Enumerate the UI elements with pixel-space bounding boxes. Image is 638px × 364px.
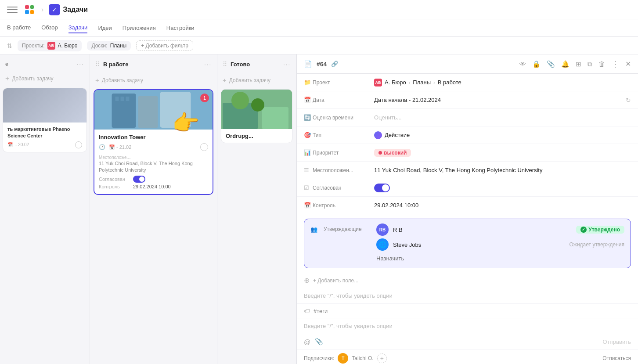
control-row-value[interactable]: 29.02.2024 10:00 — [374, 202, 631, 209]
left-col-more[interactable]: ··· — [76, 61, 84, 68]
detail-row-control: 📅 Контроль 29.02.2024 10:00 — [297, 197, 638, 214]
date-value[interactable]: Дата начала - 21.02.2024 — [374, 97, 626, 103]
svg-point-10 — [231, 92, 249, 109]
detail-header: 📄 #64 🔗 👁 🔒 📎 🔔 ⊞ ⧉ 🗑 ⋮ ✕ — [297, 54, 638, 74]
approvers-list: RB R B ✓ Утверждено 🌐 Steve Jobs Ожидает… — [376, 223, 624, 263]
add-task-left[interactable]: + Добавить задачу — [3, 73, 87, 84]
location-row-label: Местоположен... — [313, 167, 374, 173]
subscriber-name: Taiichi O. — [352, 355, 373, 361]
left-card-circle — [75, 141, 82, 148]
project-breadcrumb[interactable]: АБ А. Бюро › Планы › В работе — [374, 79, 461, 86]
col-drag-handle-done: ⠿ — [223, 61, 227, 68]
add-filter-label: + Добавить фильтр — [141, 43, 188, 49]
bell-icon[interactable]: 🔔 — [561, 60, 570, 68]
add-subscriber-button[interactable]: + — [377, 353, 387, 363]
agreed-row-label: Согласован — [313, 185, 374, 191]
time-label: Оценка времени — [313, 115, 374, 121]
assign-button[interactable]: Назначить — [376, 253, 624, 263]
svg-rect-5 — [121, 97, 124, 101]
add-task-done[interactable]: + Добавить задачу — [221, 75, 292, 86]
location-row-icon: ☰ — [304, 167, 313, 173]
tags-row: 🏷 #теги — [297, 303, 638, 318]
tab-in-work[interactable]: В работе — [7, 22, 31, 33]
time-row-icon: 🔄 — [304, 114, 313, 121]
svg-rect-4 — [115, 97, 119, 101]
agreed-toggle-detail[interactable] — [374, 184, 390, 192]
trash-icon[interactable]: 🗑 — [598, 60, 605, 68]
col-more-in-work[interactable]: ··· — [204, 61, 212, 68]
more-icon[interactable]: ⋮ — [611, 59, 619, 69]
boards-filter[interactable]: Доски: Планы — [87, 41, 131, 50]
add-field-label: + Добавить поле... — [313, 278, 358, 284]
type-value-wrap[interactable]: Действие — [374, 131, 410, 139]
time-value[interactable]: Оценить... — [374, 114, 631, 121]
document-icon: 📄 — [304, 60, 312, 68]
type-label: Тип — [313, 132, 374, 138]
tab-overview[interactable]: Обзор — [41, 22, 58, 33]
card-ordrup-image — [221, 90, 292, 129]
left-panel: е ··· + Добавить задачу ть маркетинговые… — [0, 54, 90, 364]
agreed-toggle[interactable] — [133, 176, 145, 183]
control-row-label: Контроль — [313, 202, 374, 209]
add-task-in-work[interactable]: + Добавить задачу — [94, 75, 213, 86]
approved-badge: ✓ Утверждено — [576, 226, 624, 234]
date-label: Дата — [313, 97, 374, 103]
detail-body: 📁 Проект АБ А. Бюро › Планы › В работе 📅… — [297, 74, 638, 364]
projects-label: Проекты: — [22, 43, 45, 49]
hand-emoji: 👉 — [172, 110, 199, 136]
priority-badge[interactable]: высокий — [374, 149, 411, 157]
detail-row-time: 🔄 Оценка времени Оценить... — [297, 109, 638, 126]
detail-header-actions: 👁 🔒 📎 🔔 ⊞ ⧉ 🗑 ⋮ ✕ — [519, 59, 631, 69]
send-button[interactable]: Отправить — [603, 339, 631, 345]
calendar-icon-card: 📅 - 21.02 — [109, 144, 131, 150]
col-more-done[interactable]: ··· — [283, 61, 291, 68]
close-icon[interactable]: ✕ — [625, 60, 631, 68]
detail-panel: 📄 #64 🔗 👁 🔒 📎 🔔 ⊞ ⧉ 🗑 ⋮ ✕ 📁 Проект — [296, 54, 638, 364]
subscribers-label: Подписчики: — [304, 355, 334, 361]
comment-placeholder-1[interactable]: Введите "/", чтобы увидеть опции — [297, 288, 638, 303]
grid-icon[interactable]: ⊞ — [576, 60, 581, 68]
link-icon[interactable]: 🔗 — [331, 61, 338, 67]
approver-avatar-2: 🌐 — [376, 238, 389, 251]
add-filter-button[interactable]: + Добавить фильтр — [136, 40, 193, 51]
unsubscribe-button[interactable]: Отписаться — [602, 355, 631, 361]
tab-settings[interactable]: Настройки — [166, 23, 195, 33]
control-value: 29.02.2024 10:00 — [133, 184, 171, 189]
boards-label: Доски: — [91, 43, 107, 49]
subscribers-row: Подписчики: T Taiichi O. + Отписаться — [297, 349, 638, 364]
lock-icon[interactable]: 🔒 — [532, 60, 541, 68]
add-field-row[interactable]: ⊕ + Добавить поле... — [297, 273, 638, 288]
add-field-plus-icon: ⊕ — [304, 276, 310, 285]
subscriber-avatar: T — [338, 353, 348, 364]
svg-rect-6 — [126, 97, 130, 101]
location-label: Местоположе.... — [99, 155, 132, 160]
tab-apps[interactable]: Приложения — [123, 23, 156, 33]
eye-icon[interactable]: 👁 — [519, 60, 526, 68]
tab-tasks[interactable]: Задачи — [68, 22, 88, 33]
card-innovation[interactable]: 1 👉 Innovation Tower 🕐 📅 - 21.02 Местопо… — [94, 89, 213, 195]
card-innovation-meta: 🕐 📅 - 21.02 — [99, 143, 208, 151]
card-control-row: Контроль 29.02.2024 10:00 — [99, 184, 208, 189]
attachment-icon[interactable]: 📎 — [315, 338, 323, 346]
copy-icon[interactable]: ⧉ — [588, 60, 592, 68]
kanban-col-in-work: ⠿ В работе ··· + Добавить задачу — [90, 54, 217, 364]
card-ordrup[interactable]: Ordrupg... — [221, 89, 292, 143]
comment-placeholder-2[interactable]: Введите "/", чтобы увидеть опции — [297, 318, 638, 334]
location-row-value[interactable]: 11 Yuk Choi Road, Block V, The Hong Kong… — [374, 167, 631, 173]
apps-grid-icon[interactable] — [23, 3, 36, 16]
tab-ideas[interactable]: Идеи — [98, 23, 112, 33]
at-icon[interactable]: @ — [304, 338, 310, 346]
hamburger-icon[interactable] — [7, 7, 18, 13]
projects-filter[interactable]: Проекты: АБ А. Бюро — [18, 40, 82, 51]
ab-badge: АБ — [47, 42, 55, 50]
refresh-icon[interactable]: ↻ — [626, 97, 631, 104]
filter-row: ⇅ Проекты: АБ А. Бюро Доски: Планы + Доб… — [0, 37, 638, 54]
project-row-icon: 📁 — [304, 79, 313, 86]
approvers-label: Утверждающие — [324, 223, 372, 232]
filter-sort-icon[interactable]: ⇅ — [7, 42, 12, 49]
comment-toolbar: @ 📎 Отправить — [297, 334, 638, 349]
left-card[interactable]: ть маркетинговые Phaeno Science Center 📅… — [3, 88, 87, 152]
paperclip-icon[interactable]: 📎 — [547, 60, 555, 68]
approvers-section: 👥 Утверждающие RB R B ✓ Утверждено — [304, 219, 631, 268]
left-card-title: ть маркетинговые Phaeno Science Center — [7, 126, 82, 140]
